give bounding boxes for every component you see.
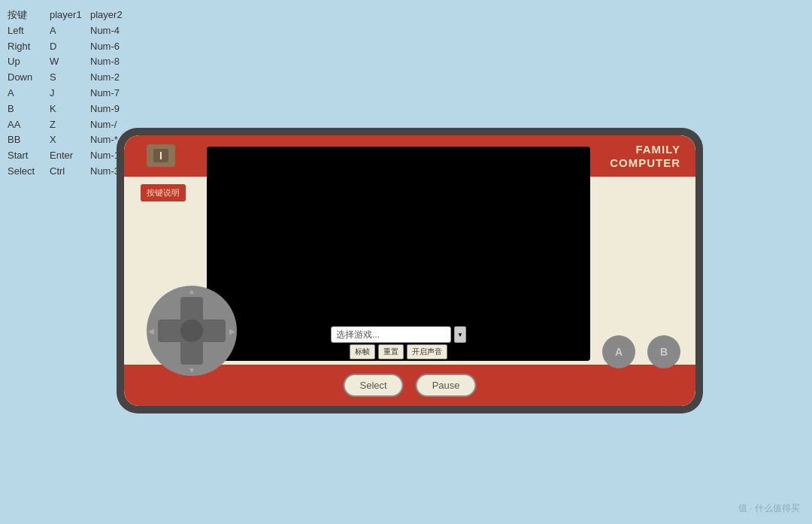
dropdown-arrow-icon[interactable]: ▼ [454,326,466,343]
brand-text: FAMILY COMPUTER [610,143,680,170]
select-button[interactable]: Select [343,374,403,397]
console-inner: FAMILY COMPUTER I 按键说明 选择游戏... [124,135,695,406]
key-desc-button[interactable]: 按键说明 [141,184,186,201]
key-table-row: SelectCtrlNum-3 [8,164,126,180]
a-button[interactable]: A [602,335,635,368]
dpad-down-arrow: ▼ [188,366,195,374]
mini-buttons-row: 标帧 重置 开启声音 [350,344,447,359]
console-outer: FAMILY COMPUTER I 按键说明 选择游戏... [117,128,703,413]
key-table-row: UpWNum-8 [8,54,126,70]
dpad-center [180,320,203,342]
power-button[interactable]: I [147,144,175,167]
key-table-row: AJNum-7 [8,86,126,101]
key-table-row: LeftANum-4 [8,23,126,39]
dpad-left-arrow: ◀ [148,327,154,335]
header-p2: player2 [90,8,126,23]
key-table-row: DownSNum-2 [8,70,126,86]
dpad-right-arrow: ▶ [229,327,235,335]
power-button-inner: I [153,149,168,162]
sound-button[interactable]: 开启声音 [407,344,447,359]
select-pause-row: Select Pause [343,374,476,397]
screen-controls: 选择游戏... ▼ 标帧 重置 开启声音 [207,326,590,359]
header-key: 按键 [8,8,45,23]
power-icon: I [159,150,162,162]
dpad-up-arrow: ▲ [188,287,195,295]
b-button[interactable]: B [647,335,680,368]
key-table-row: StartEnterNum-1 [8,148,126,164]
game-select-row: 选择游戏... ▼ [331,326,466,343]
ab-buttons: A B [602,335,680,368]
key-table-row: AAZNum-/ [8,117,126,133]
frame-button[interactable]: 标帧 [350,344,375,359]
watermark: 值 · 什么值得买 [738,502,800,515]
key-table-header: 按键 player1 player2 [8,8,126,23]
key-mapping-table: 按键 player1 player2 LeftANum-4RightDNum-6… [8,8,126,180]
key-table-row: RightDNum-6 [8,39,126,55]
console-wrapper: FAMILY COMPUTER I 按键说明 选择游戏... [117,128,703,413]
reset-button[interactable]: 重置 [378,344,404,359]
pause-button[interactable]: Pause [416,374,477,397]
dpad-background: ▲ ▼ ◀ ▶ [147,286,237,376]
header-p1: player1 [50,8,86,23]
key-table-row: BKNum-9 [8,101,126,117]
key-table-row: BBXNum-* [8,132,126,148]
game-dropdown[interactable]: 选择游戏... [331,326,451,343]
dpad-container: ▲ ▼ ◀ ▶ [147,286,237,376]
